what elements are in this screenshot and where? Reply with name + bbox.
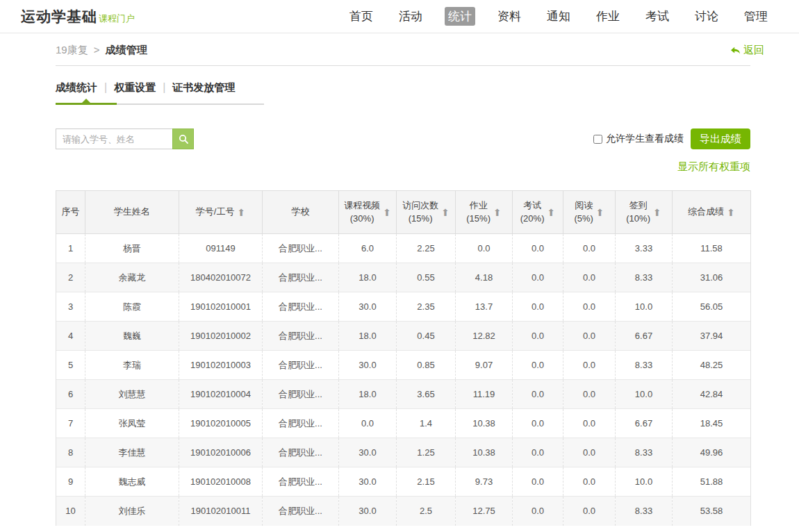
export-grades-button[interactable]: 导出成绩 [691,128,750,149]
cell-student-id: 190102010001 [179,292,263,322]
breadcrumb-course-link[interactable]: 19康复 [56,44,88,56]
cell-total: 11.58 [673,234,751,263]
cell-video: 30.0 [339,497,397,526]
column-header-visits[interactable]: 访问次数(15%)⬆ [397,191,456,234]
search-icon [178,133,189,144]
cell-student-id: 190102010011 [179,497,263,526]
breadcrumb-separator: > [94,44,100,56]
column-header-homework[interactable]: 作业(15%)⬆ [456,191,513,234]
cell-visits: 1.25 [397,438,456,467]
cell-name: 陈霞 [85,292,179,322]
show-all-weights-link[interactable]: 显示所有权重项 [677,160,750,172]
table-row: 4魏巍190102010002合肥职业...18.00.4512.820.00.… [56,322,751,351]
cell-total: 42.84 [673,380,751,409]
cell-total: 49.96 [673,438,751,467]
column-weight-label: (20%) [520,213,545,226]
sort-up-icon[interactable]: ⬆ [493,207,502,218]
cell-school: 合肥职业... [263,409,339,438]
cell-total: 37.94 [673,322,751,351]
cell-reading: 0.0 [563,438,616,467]
cell-name: 杨晋 [85,234,179,263]
sort-up-icon[interactable]: ⬆ [653,207,661,218]
sort-up-icon[interactable]: ⬆ [383,207,391,218]
sort-up-icon[interactable]: ⬆ [547,207,555,218]
course-portal-label: 课程门户 [99,13,135,25]
column-label: 综合成绩 [688,206,724,219]
cell-name: 李佳慧 [85,438,179,467]
tab-bar: 成绩统计|权重设置|证书发放管理 [56,81,264,105]
cell-exam: 0.0 [513,438,563,467]
nav-item-activity[interactable]: 活动 [395,7,426,26]
cell-homework: 13.7 [456,292,513,322]
column-header-reading[interactable]: 阅读(5%)⬆ [563,191,616,234]
search-input[interactable] [56,128,172,149]
cell-homework: 4.18 [456,263,513,292]
cell-reading: 0.0 [563,497,616,526]
cell-reading: 0.0 [563,263,616,292]
tab-separator: | [104,81,107,93]
cell-school: 合肥职业... [263,351,339,380]
cell-index: 10 [56,497,85,526]
sort-up-icon[interactable]: ⬆ [727,207,735,218]
cell-student-id: 190102010004 [179,380,263,409]
table-row: 6刘慧慧190102010004合肥职业...18.03.6511.190.00… [56,380,751,409]
weights-link-row: 显示所有权重项 [56,160,750,174]
tab-weight-settings[interactable]: 权重设置 [114,81,156,93]
cell-school: 合肥职业... [263,438,339,467]
nav-item-statistics[interactable]: 统计 [445,7,475,26]
cell-signin: 8.33 [616,263,673,292]
search-button[interactable] [172,128,194,149]
column-header-signin[interactable]: 签到(10%)⬆ [616,191,673,234]
cell-video: 6.0 [339,234,397,263]
column-header-exam[interactable]: 考试(20%)⬆ [513,191,563,234]
cell-school: 合肥职业... [263,497,339,526]
cell-school: 合肥职业... [263,263,339,292]
nav-item-homework[interactable]: 作业 [593,7,623,26]
column-weight-label: (15%) [466,213,491,226]
cell-visits: 2.25 [397,234,456,263]
cell-student-id: 190102010006 [179,438,263,467]
cell-homework: 0.0 [456,234,513,263]
column-label: 学校 [292,206,310,219]
cell-signin: 10.0 [616,467,673,497]
page-title: 成绩管理 [106,44,147,56]
cell-total: 56.05 [673,292,751,322]
table-row: 9魏志威190102010008合肥职业...30.02.159.730.00.… [56,467,751,497]
table-row: 3陈霞190102010001合肥职业...30.02.3513.70.00.0… [56,292,751,322]
sort-up-icon[interactable]: ⬆ [441,207,450,218]
sort-up-icon[interactable]: ⬆ [237,207,245,218]
cell-signin: 6.67 [616,322,673,351]
back-link[interactable]: 返回 [730,44,764,57]
nav-item-materials[interactable]: 资料 [494,7,525,26]
cell-homework: 11.19 [456,380,513,409]
column-header-student-id[interactable]: 学号/工号⬆ [179,191,263,234]
cell-reading: 0.0 [563,234,616,263]
allow-view-grades-option[interactable]: 允许学生查看成绩 [593,133,684,145]
nav-item-management[interactable]: 管理 [741,7,771,26]
cell-visits: 1.4 [397,409,456,438]
nav-item-notifications[interactable]: 通知 [543,7,574,26]
nav-item-discussion[interactable]: 讨论 [691,7,722,26]
column-weight-label: (5%) [574,213,593,226]
table-row: 5李瑞190102010003合肥职业...30.00.859.070.00.0… [56,351,751,380]
cell-total: 53.58 [673,497,751,526]
allow-view-grades-checkbox[interactable] [593,135,602,144]
column-weight-label: (15%) [402,213,438,226]
nav-item-home[interactable]: 首页 [346,7,377,26]
tab-grade-statistics[interactable]: 成绩统计 [56,81,97,93]
column-header-total[interactable]: 综合成绩⬆ [673,191,751,234]
course-logo[interactable]: 运动学基础 课程门户 [21,7,135,26]
cell-student-id: 190102010005 [179,409,263,438]
cell-video: 30.0 [339,467,397,497]
column-weight-label: (10%) [626,213,650,226]
cell-total: 48.25 [673,351,751,380]
sort-up-icon[interactable]: ⬆ [596,207,604,218]
cell-index: 8 [56,438,85,467]
nav-item-exams[interactable]: 考试 [642,7,673,26]
cell-homework: 12.82 [456,322,513,351]
table-row: 2余藏龙180402010072合肥职业...18.00.554.180.00.… [56,263,751,292]
tab-certificate-management[interactable]: 证书发放管理 [172,81,235,93]
cell-name: 刘佳乐 [85,497,179,526]
column-header-video[interactable]: 课程视频(30%)⬆ [339,191,397,234]
cell-student-id: 190102010003 [179,351,263,380]
